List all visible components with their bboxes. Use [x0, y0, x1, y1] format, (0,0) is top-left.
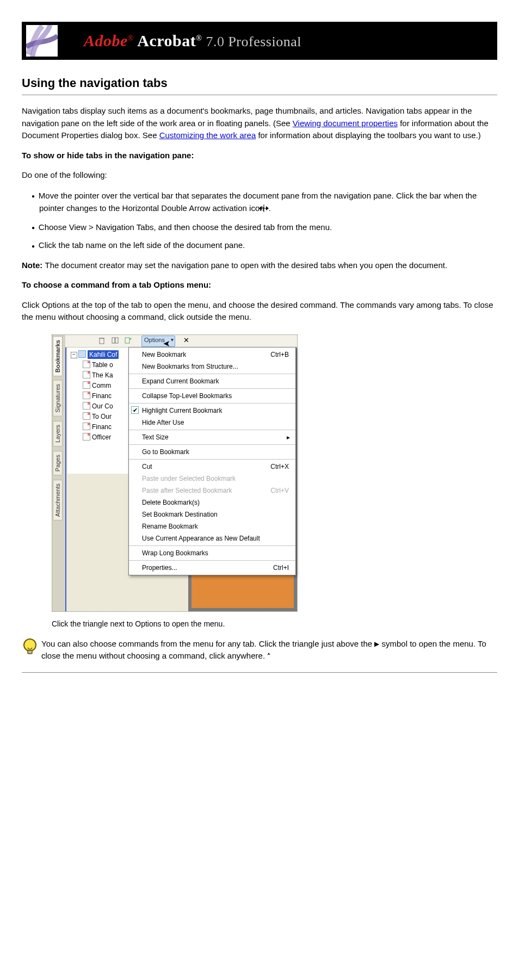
svg-rect-5 — [100, 338, 104, 344]
tab-pages[interactable]: Pages — [53, 451, 63, 475]
menu-hide-after-use[interactable]: Hide After Use — [129, 417, 295, 429]
bookmark-item[interactable]: Financ — [92, 423, 112, 431]
menu-paste-under: Paste under Selected Bookmark — [129, 473, 295, 485]
options-context-menu: New BookmarkCtrl+B New Bookmarks from St… — [128, 347, 296, 575]
page-title: Using the navigation tabs — [22, 76, 497, 90]
menu-paste-after: Paste after Selected BookmarkCtrl+V — [129, 485, 295, 497]
menu-rename[interactable]: Rename Bookmark — [129, 520, 295, 532]
trash-icon[interactable] — [98, 337, 106, 344]
options-menu-screenshot: Bean growing the beans Bookmarks Signatu… — [52, 334, 298, 612]
bookmark-item[interactable]: To Our — [92, 413, 112, 420]
doc-properties-link[interactable]: Viewing document properties — [293, 119, 398, 128]
bookmark-item[interactable]: Comm — [92, 382, 111, 389]
svg-rect-8 — [115, 338, 118, 343]
divider — [22, 95, 497, 95]
menu-properties[interactable]: Properties...Ctrl+I — [129, 562, 295, 574]
menu-set-destination[interactable]: Set Bookmark Destination — [129, 508, 295, 520]
caret-close-icon: ˄ — [267, 652, 270, 661]
menu-collapse-top[interactable]: Collapse Top-Level Bookmarks — [129, 390, 295, 402]
menu-use-current-default[interactable]: Use Current Appearance as New Default — [129, 532, 295, 544]
triangle-icon: ▶ — [374, 639, 379, 649]
menu-delete[interactable]: Delete Bookmark(s) — [129, 497, 295, 508]
intro-paragraph: Navigation tabs display such items as a … — [22, 105, 497, 142]
new-bookmark-icon[interactable] — [111, 337, 119, 344]
subheading-show-hide: To show or hide tabs in the navigation p… — [22, 150, 497, 162]
menu-expand-current[interactable]: Expand Current Bookmark — [129, 375, 295, 387]
add-bookmark-icon[interactable] — [124, 337, 132, 344]
tip-text: You can also choose commands from the me… — [41, 638, 497, 662]
bookmark-item[interactable]: Financ — [92, 392, 112, 400]
bullet-click-tab: Click the tab name on the left side of t… — [32, 239, 497, 251]
tip-row: You can also choose commands from the me… — [22, 638, 497, 662]
acrobat-logo-icon — [26, 25, 58, 57]
nav-tab-strip: Bookmarks Signatures Layers Pages Attach… — [52, 335, 66, 611]
customizing-workarea-link[interactable]: Customizing the work area — [159, 131, 256, 140]
menu-cut[interactable]: CutCtrl+X — [129, 461, 295, 473]
svg-rect-9 — [125, 338, 129, 343]
banner-title: Adobe® Acrobat® 7.0 Professional — [84, 32, 301, 50]
close-icon[interactable]: ✕ — [182, 336, 190, 345]
tab-bookmarks[interactable]: Bookmarks — [53, 336, 63, 376]
lightbulb-icon — [22, 638, 38, 658]
bookmark-item[interactable]: The Ka — [92, 371, 113, 379]
menu-highlight-current[interactable]: Highlight Current Bookmark — [129, 405, 295, 417]
bookmark-selected[interactable]: Kahili Cof — [88, 350, 119, 359]
bullet-hsplit: Move the pointer over the vertical bar t… — [32, 189, 497, 216]
bookmarks-toolbar: Options ➤ ✕ — [65, 335, 297, 348]
steps-lead: Do one of the following: — [22, 169, 497, 182]
tab-attachments[interactable]: Attachments — [53, 480, 63, 520]
svg-marker-2 — [259, 206, 262, 210]
bookmark-item[interactable]: Officer — [92, 433, 111, 441]
header-banner: Adobe® Acrobat® 7.0 Professional — [22, 22, 497, 60]
tab-signatures[interactable]: Signatures — [53, 380, 63, 417]
options-step: Click Options at the top of the tab to o… — [22, 299, 497, 324]
menu-goto-bookmark[interactable]: Go to Bookmark — [129, 446, 295, 458]
subheading-options-menu: To choose a command from a tab Options m… — [22, 279, 497, 291]
note-paragraph: Note: The document creator may set the n… — [22, 259, 497, 272]
tab-layers[interactable]: Layers — [53, 421, 63, 446]
menu-wrap-long[interactable]: Wrap Long Bookmarks — [129, 547, 295, 559]
menu-text-size[interactable]: Text Size — [129, 431, 295, 443]
menu-new-from-structure[interactable]: New Bookmarks from Structure... — [129, 361, 295, 373]
options-button[interactable]: Options — [141, 336, 175, 347]
bookmarks-tree: −Kahili Cof Table o The Ka Comm Financ O… — [67, 348, 132, 474]
bullet-view-menu: Choose View > Navigation Tabs, and then … — [32, 221, 497, 233]
bookmark-item[interactable]: Our Co — [92, 402, 113, 410]
bookmark-item[interactable]: Table o — [92, 361, 113, 369]
svg-rect-7 — [112, 338, 115, 343]
svg-rect-13 — [28, 650, 32, 654]
screenshot-caption: Click the triangle next to Options to op… — [52, 619, 296, 628]
menu-new-bookmark[interactable]: New BookmarkCtrl+B — [129, 349, 295, 361]
bottom-divider — [22, 672, 497, 673]
